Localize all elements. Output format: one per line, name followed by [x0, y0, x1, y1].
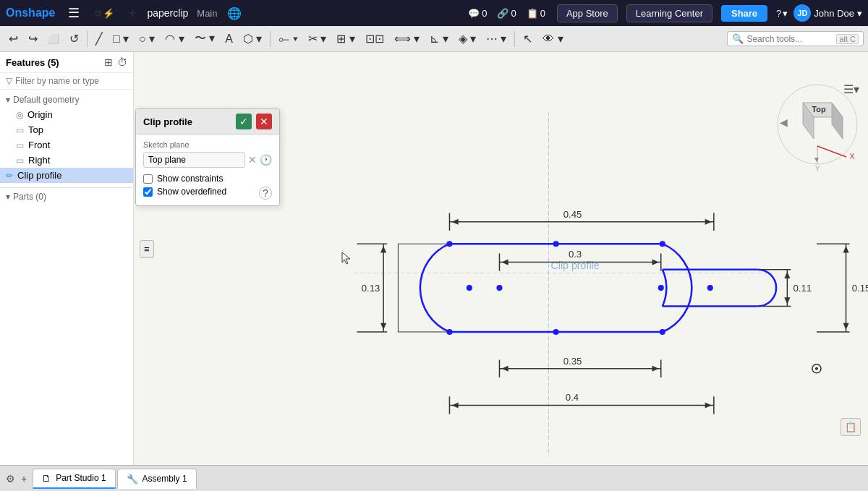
shape-tool[interactable]: ⬡ ▾ — [239, 30, 266, 48]
help-button[interactable]: ? ▾ — [776, 8, 788, 19]
tab-part-studio[interactable]: 🗋 Part Studio 1 — [33, 469, 115, 489]
parts-expand-icon: ▾ — [6, 192, 10, 202]
bottom-icons: ⚙ + — [6, 473, 27, 484]
svg-text:0.15: 0.15 — [852, 283, 868, 294]
user-chevron: ▾ — [857, 8, 862, 19]
select-tool[interactable]: ↖ — [519, 30, 537, 48]
dimension-tool[interactable]: ⟺ ▾ — [390, 30, 424, 48]
filter-icon: ▽ — [6, 76, 12, 86]
origin-icon: ◎ — [16, 110, 23, 120]
separator-1 — [87, 31, 88, 47]
bottom-bar: ⚙ + 🗋 Part Studio 1 🔧 Assembly 1 — [0, 465, 868, 491]
svg-point-27 — [553, 329, 559, 335]
features-title: Features (5) — [6, 57, 100, 68]
hamburger-menu[interactable]: ☰ — [64, 3, 84, 23]
clip-profile-icon: ✏ — [6, 171, 13, 181]
tree-item-right[interactable]: ▭ Right — [0, 153, 133, 168]
default-geometry-label: Default geometry — [13, 95, 79, 105]
plane-value[interactable]: Top plane — [143, 152, 245, 168]
help-icon: ? — [776, 8, 781, 19]
tree-item-clip-profile[interactable]: ✏ Clip profile — [0, 168, 133, 183]
svg-point-19 — [467, 285, 472, 291]
tree-item-front[interactable]: ▭ Front — [0, 137, 133, 153]
links-btn[interactable]: 🔗 0 — [497, 8, 516, 19]
show-constraints-checkbox[interactable] — [143, 174, 153, 184]
transform-tool[interactable]: ⊞ ▾ — [332, 30, 359, 48]
pattern-tool[interactable]: ⊡⊡ — [361, 30, 388, 48]
app-store-button[interactable]: App Store — [557, 4, 618, 22]
add-feature-icon[interactable]: ✛ — [124, 6, 141, 21]
filter-input[interactable] — [15, 76, 127, 86]
search-input[interactable] — [746, 34, 833, 44]
search-shortcut: alt C — [836, 34, 859, 44]
svg-text:0.45: 0.45 — [563, 209, 582, 220]
learning-center-button[interactable]: Learning Center — [626, 4, 712, 22]
tree-item-origin[interactable]: ◎ Origin — [0, 107, 133, 122]
link-icon: 🔗 — [497, 8, 509, 19]
sketch-plane-label: Sketch plane — [143, 140, 272, 149]
features-header: Features (5) ⊞ ⏱ — [0, 52, 133, 73]
more-tools[interactable]: ⋯ ▾ — [482, 30, 511, 48]
bottom-add-btn[interactable]: + — [21, 473, 27, 484]
hide-tool[interactable]: 👁 ▾ — [538, 30, 567, 48]
svg-text:0.4: 0.4 — [566, 392, 579, 403]
circle-tool[interactable]: ○ ▾ — [135, 30, 159, 48]
separator-2 — [270, 31, 271, 47]
doc-branch: Main — [197, 8, 217, 19]
trim-tool[interactable]: ✂ ▾ — [304, 30, 331, 48]
dialog-body: Sketch plane Top plane ✕ 🕐 Show constrai… — [136, 135, 279, 205]
main-toolbar: ↩ ↪ ⬜ ↺ ╱ □ ▾ ○ ▾ ◠ ▾ 〜 ▾ A ⬡ ▾ ⟜ ▾ ✂ ▾ … — [0, 26, 868, 52]
sketch-btn[interactable]: ⬜ — [43, 31, 64, 46]
tab-assembly[interactable]: 🔧 Assembly 1 — [117, 469, 197, 489]
svg-point-75 — [815, 367, 818, 370]
svg-text:0.11: 0.11 — [793, 283, 812, 294]
parts-header[interactable]: ▾ Parts (0) — [0, 189, 133, 204]
undo-btn[interactable]: ↩ — [4, 30, 22, 48]
arc-tool[interactable]: ◠ ▾ — [161, 30, 188, 48]
settings-icon[interactable]: ⚙⚡ — [90, 6, 119, 21]
dialog-title: Clip profile — [143, 116, 231, 127]
features-expand-btn[interactable]: ⊞ — [104, 56, 113, 68]
svg-text:0.13: 0.13 — [362, 283, 380, 294]
filter-row: ▽ — [0, 73, 133, 90]
bottom-settings-btn[interactable]: ⚙ — [6, 473, 15, 484]
svg-marker-53 — [451, 219, 458, 225]
plane-clear-btn[interactable]: ✕ — [248, 154, 257, 166]
share-button[interactable]: Share — [721, 5, 767, 22]
svg-marker-65 — [502, 366, 509, 372]
show-overdefined-checkbox[interactable] — [143, 187, 153, 197]
rebuild-btn[interactable]: ↺ — [65, 30, 83, 48]
clock-icon-btn[interactable]: 🕐 — [260, 154, 272, 166]
part-studio-label: Part Studio 1 — [56, 473, 106, 483]
comments-count: 0 — [482, 8, 487, 19]
globe-icon[interactable]: 🌐 — [223, 4, 246, 22]
spline-tool[interactable]: 〜 ▾ — [190, 29, 219, 48]
versions-btn[interactable]: 📋 0 — [527, 8, 545, 19]
svg-marker-54 — [705, 219, 712, 225]
redo-btn[interactable]: ↪ — [24, 30, 42, 48]
default-geometry-header[interactable]: ▾ Default geometry — [0, 93, 133, 107]
svg-marker-48 — [380, 323, 386, 330]
svg-marker-35 — [843, 246, 848, 252]
offset-tool[interactable]: ⟜ ▾ — [274, 30, 302, 48]
rect-tool[interactable]: □ ▾ — [109, 30, 133, 48]
dialog-ok-button[interactable]: ✓ — [236, 114, 252, 129]
dialog-cancel-button[interactable]: ✕ — [256, 114, 272, 129]
svg-marker-41 — [784, 272, 790, 278]
dialog-header: Clip profile ✓ ✕ — [136, 109, 279, 135]
comments-btn[interactable]: 💬 0 — [468, 8, 487, 19]
svg-marker-36 — [843, 323, 848, 330]
user-menu[interactable]: JD John Doe ▾ — [793, 4, 862, 22]
constraint-tool[interactable]: ⊾ ▾ — [425, 30, 452, 48]
text-tool[interactable]: A — [221, 30, 237, 48]
dialog-help-btn[interactable]: ? — [259, 187, 272, 200]
tree-item-top[interactable]: ▭ Top — [0, 122, 133, 137]
canvas[interactable]: Clip profile ✓ ✕ Sketch plane Top plane … — [134, 52, 868, 465]
line-tool[interactable]: ╱ — [91, 30, 107, 48]
snap-tool[interactable]: ◈ ▾ — [454, 30, 480, 48]
features-timer-btn[interactable]: ⏱ — [117, 56, 127, 68]
svg-marker-59 — [502, 260, 509, 265]
svg-text:Clip profile: Clip profile — [551, 260, 600, 271]
bom-btn[interactable]: 📋 — [841, 418, 861, 436]
search-box: 🔍 alt C — [727, 31, 864, 46]
